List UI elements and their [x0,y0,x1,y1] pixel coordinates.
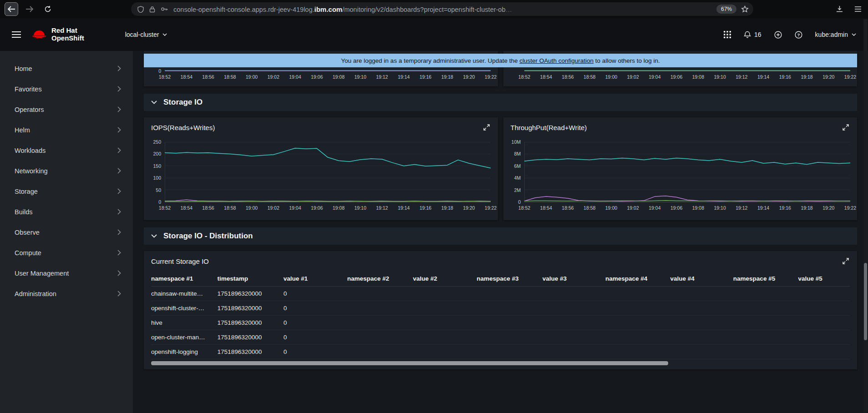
svg-text:8M: 8M [514,151,521,156]
column-header: namespace #2 [347,271,413,287]
browser-toolbar: console-openshift-console.apps.rdr-jeev-… [0,0,868,18]
url-ellipsis: … [505,6,512,13]
expand-icon [843,258,849,264]
app-launcher-icon[interactable] [724,31,731,38]
sidebar-nav: HomeFavoritesOperatorsHelmWorkloadsNetwo… [0,51,133,413]
svg-text:19:20: 19:20 [463,205,475,211]
help-button[interactable]: ? [795,31,802,39]
lock-icon[interactable] [149,6,155,13]
chevron-right-icon [117,250,121,256]
sidebar-item-label: Compute [15,249,117,257]
svg-text:100: 100 [153,175,161,181]
sidebar-item-home[interactable]: Home [0,58,133,79]
svg-text:19:08: 19:08 [333,205,345,211]
svg-text:19:18: 19:18 [801,74,812,80]
svg-text:19:00: 19:00 [605,205,617,211]
browser-menu-icon[interactable] [854,6,862,12]
iops-chart-title: IOPS(Reads+Writes) [151,124,215,131]
chevron-right-icon [117,270,121,276]
sidebar-item-label: Administration [15,290,117,297]
key-icon[interactable] [161,6,168,12]
svg-text:?: ? [797,32,800,37]
brand-logo: Red Hat OpenShift [31,27,84,42]
sidebar-item-observe[interactable]: Observe [0,222,133,242]
chevron-right-icon [117,127,121,133]
sidebar-item-networking[interactable]: Networking [0,161,133,181]
svg-text:18:56: 18:56 [562,205,574,211]
svg-text:19:22: 19:22 [844,205,856,211]
svg-text:19:02: 19:02 [268,205,279,211]
svg-text:18:56: 18:56 [202,205,214,211]
sidebar-item-favorites[interactable]: Favorites [0,79,133,99]
download-icon[interactable] [836,5,843,13]
scrollbar-thumb[interactable] [151,361,668,365]
column-header: value #5 [798,271,850,287]
svg-text:19:06: 19:06 [311,205,323,211]
svg-text:19:18: 19:18 [441,205,453,211]
shield-icon[interactable] [137,6,144,13]
sidebar-item-operators[interactable]: Operators [0,99,133,120]
svg-text:19:20: 19:20 [822,205,834,211]
expand-button[interactable] [841,256,851,266]
sidebar-item-workloads[interactable]: Workloads [0,140,133,161]
bookmark-star-icon[interactable] [741,5,749,13]
browser-address-bar[interactable]: console-openshift-console.apps.rdr-jeev-… [131,2,753,16]
svg-text:19:04: 19:04 [649,74,660,80]
table-row: open-cluster-man…17518963200000 [151,330,850,345]
chevron-right-icon [117,86,121,92]
user-menu[interactable]: kube:admin [815,31,856,38]
sidebar-item-builds[interactable]: Builds [0,201,133,222]
scrollbar-thumb[interactable] [864,263,867,340]
svg-text:0: 0 [158,68,161,74]
chevron-down-icon [151,101,157,104]
section-header-storage-io-distribution[interactable]: Storage IO - Distribution [144,227,857,245]
browser-forward-button[interactable] [23,2,36,16]
svg-text:19:06: 19:06 [670,205,682,211]
cluster-oauth-link[interactable]: cluster OAuth configuration [519,57,594,64]
table-horizontal-scrollbar[interactable] [151,361,850,366]
masthead-actions: 16 ? kube:admin [724,31,856,39]
browser-back-button[interactable] [5,2,18,16]
svg-text:18:52: 18:52 [518,205,530,211]
svg-text:19:02: 19:02 [627,74,639,80]
sidebar-item-user-management[interactable]: User Management [0,263,133,283]
svg-text:18:58: 18:58 [224,205,236,211]
screen: console-openshift-console.apps.rdr-jeev-… [0,0,868,413]
nav-toggle-icon[interactable] [12,30,21,40]
svg-text:19:16: 19:16 [779,205,791,211]
browser-reload-button[interactable] [41,2,55,16]
column-header: value #2 [413,271,477,287]
expand-button[interactable] [841,122,851,132]
chevron-right-icon [117,106,121,112]
chevron-right-icon [117,291,121,297]
sidebar-item-helm[interactable]: Helm [0,120,133,140]
svg-text:19:10: 19:10 [714,205,726,211]
browser-actions [836,0,862,18]
sidebar-item-storage[interactable]: Storage [0,181,133,201]
svg-text:50: 50 [156,187,161,193]
svg-text:19:10: 19:10 [714,74,726,80]
chevron-down-icon [151,234,157,238]
notification-count: 16 [754,31,761,38]
svg-text:18:58: 18:58 [224,74,236,80]
expand-button[interactable] [482,122,492,132]
svg-text:19:00: 19:00 [605,74,617,80]
sidebar-item-compute[interactable]: Compute [0,242,133,263]
svg-text:6M: 6M [514,163,521,169]
column-header: value #1 [284,271,347,287]
sidebar-item-label: Builds [15,208,117,216]
add-button[interactable] [774,31,782,39]
temp-admin-alert-banner: You are logged in as a temporary adminis… [144,54,857,67]
svg-text:19:10: 19:10 [354,74,366,80]
section-header-storage-io[interactable]: Storage IO [144,94,857,111]
sidebar-item-administration[interactable]: Administration [0,283,133,304]
page-vertical-scrollbar[interactable] [863,19,868,412]
cluster-selector[interactable]: local-cluster [125,31,168,38]
red-hat-icon [31,29,47,41]
zoom-indicator[interactable]: 67% [716,5,736,14]
chevron-right-icon [117,229,121,235]
svg-text:19:00: 19:00 [246,205,258,211]
svg-text:19:04: 19:04 [649,205,660,211]
notifications-button[interactable]: 16 [744,31,761,39]
chevron-right-icon [117,65,121,71]
